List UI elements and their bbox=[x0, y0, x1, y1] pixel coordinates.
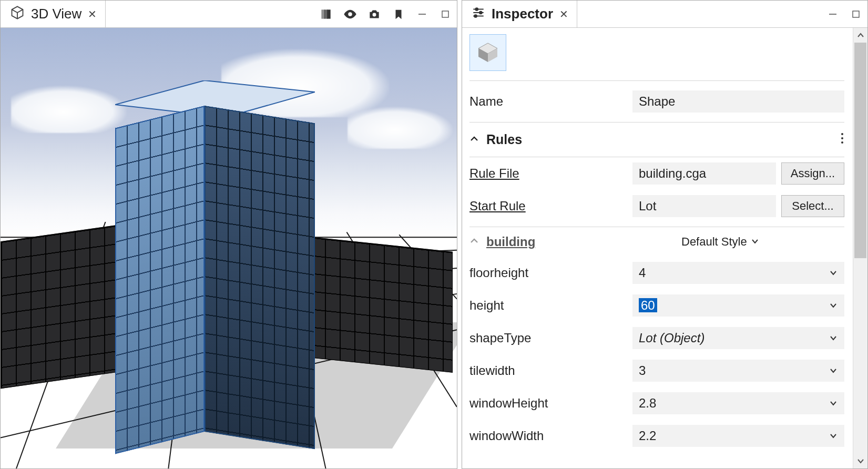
rule-file-row: Rule File building.cga Assign... bbox=[469, 157, 844, 190]
cloud bbox=[348, 107, 453, 149]
chevron-down-icon bbox=[829, 301, 838, 310]
scroll-up-icon[interactable] bbox=[853, 28, 867, 43]
chevron-down-icon bbox=[829, 268, 838, 278]
inspector-tab-title: Inspector bbox=[492, 6, 553, 22]
param-row: height60 bbox=[469, 289, 844, 322]
scrollbar[interactable] bbox=[853, 28, 867, 468]
inspector-panel: Inspector ✕ bbox=[462, 0, 868, 469]
minimize-icon[interactable] bbox=[411, 2, 434, 26]
chevron-down-icon bbox=[750, 237, 760, 246]
param-value[interactable]: 4 bbox=[632, 262, 844, 284]
scroll-thumb[interactable] bbox=[854, 43, 866, 258]
svg-point-30 bbox=[841, 137, 843, 139]
neighbor-building bbox=[1, 225, 121, 389]
inspector-titlebar: Inspector ✕ bbox=[462, 1, 867, 28]
maximize-icon[interactable] bbox=[434, 2, 457, 26]
3d-viewport[interactable] bbox=[1, 28, 457, 468]
param-label: tilewidth bbox=[469, 363, 627, 378]
param-label: windowHeight bbox=[469, 396, 627, 411]
rules-section-header[interactable]: Rules bbox=[469, 123, 844, 157]
object-type-row bbox=[469, 28, 844, 81]
minimize-icon[interactable] bbox=[821, 2, 844, 26]
param-value-text: 2.8 bbox=[639, 396, 656, 411]
param-value[interactable]: 2.8 bbox=[632, 392, 844, 414]
neighbor-building bbox=[295, 235, 453, 373]
selected-building-face-right bbox=[205, 106, 315, 449]
assign-button[interactable]: Assign... bbox=[781, 162, 844, 185]
param-value-text: 60 bbox=[639, 298, 657, 313]
param-value-text: 2.2 bbox=[639, 429, 656, 443]
camera-icon[interactable] bbox=[362, 2, 386, 26]
start-rule-value[interactable]: Lot bbox=[632, 195, 776, 217]
inspector-tab[interactable]: Inspector ✕ bbox=[462, 1, 577, 27]
name-row: Name Shape bbox=[469, 81, 844, 123]
start-rule-row: Start Rule Lot Select... bbox=[469, 190, 844, 227]
chevron-down-icon bbox=[829, 366, 838, 375]
svg-rect-6 bbox=[442, 11, 448, 17]
app-root: 3D View ✕ bbox=[0, 0, 868, 469]
svg-rect-25 bbox=[853, 11, 859, 17]
sliders-icon bbox=[472, 6, 485, 23]
3d-view-tab-title: 3D View bbox=[31, 6, 81, 22]
chevron-up-icon bbox=[469, 235, 479, 249]
param-row: windowWidth2.2 bbox=[469, 420, 844, 452]
building-section-title: building bbox=[486, 234, 535, 249]
maximize-icon[interactable] bbox=[844, 2, 867, 26]
param-value[interactable]: 60 bbox=[632, 294, 844, 317]
3d-view-titlebar: 3D View ✕ bbox=[1, 1, 457, 28]
param-value-text: 4 bbox=[639, 266, 646, 280]
start-rule-label[interactable]: Start Rule bbox=[469, 199, 627, 213]
param-value-text: 3 bbox=[639, 363, 646, 378]
rule-file-label[interactable]: Rule File bbox=[469, 166, 627, 181]
scroll-down-icon[interactable] bbox=[853, 454, 867, 468]
bookmark-icon[interactable] bbox=[386, 2, 411, 26]
chevron-down-icon bbox=[829, 431, 838, 441]
selected-building-face-left bbox=[115, 106, 205, 454]
chevron-down-icon bbox=[829, 399, 838, 408]
style-dropdown[interactable]: Default Style bbox=[681, 235, 844, 249]
cube-icon bbox=[10, 5, 25, 23]
scroll-track[interactable] bbox=[853, 43, 867, 454]
svg-point-23 bbox=[474, 15, 477, 17]
inspector-content: Name Shape Rules Rule File bbox=[462, 28, 852, 468]
param-value[interactable]: 3 bbox=[632, 360, 844, 382]
svg-point-4 bbox=[373, 13, 376, 16]
svg-point-29 bbox=[841, 133, 843, 135]
param-label: height bbox=[469, 298, 627, 313]
param-label: windowWidth bbox=[469, 429, 627, 443]
chevron-up-icon bbox=[469, 133, 479, 147]
layers-icon[interactable] bbox=[314, 2, 338, 26]
svg-point-31 bbox=[841, 141, 843, 144]
chevron-down-icon bbox=[829, 333, 838, 343]
building-section-header[interactable]: building Default Style bbox=[469, 227, 844, 257]
inspector-body: Name Shape Rules Rule File bbox=[462, 28, 867, 468]
param-value[interactable]: Lot (Object) bbox=[632, 327, 844, 349]
select-button[interactable]: Select... bbox=[781, 195, 844, 217]
shape-object-icon[interactable] bbox=[469, 34, 506, 71]
param-list: floorheight4height60shapeTypeLot (Object… bbox=[469, 257, 844, 452]
3d-view-panel: 3D View ✕ bbox=[0, 0, 457, 469]
param-row: tilewidth3 bbox=[469, 354, 844, 387]
param-label: floorheight bbox=[469, 266, 627, 280]
svg-point-3 bbox=[348, 12, 352, 16]
svg-rect-2 bbox=[327, 9, 331, 18]
close-icon[interactable]: ✕ bbox=[559, 8, 568, 21]
param-value[interactable]: 2.2 bbox=[632, 425, 844, 447]
param-label: shapeType bbox=[469, 331, 627, 345]
param-row: windowHeight2.8 bbox=[469, 387, 844, 420]
kebab-icon[interactable] bbox=[840, 132, 844, 147]
param-value-text: Lot (Object) bbox=[639, 331, 704, 345]
name-value[interactable]: Shape bbox=[632, 90, 844, 113]
param-row: shapeTypeLot (Object) bbox=[469, 322, 844, 354]
svg-point-19 bbox=[475, 8, 478, 11]
eye-icon[interactable] bbox=[338, 2, 362, 26]
cloud bbox=[11, 86, 127, 133]
style-value: Default Style bbox=[681, 235, 747, 248]
rule-file-value[interactable]: building.cga bbox=[632, 162, 776, 185]
rules-section-title: Rules bbox=[486, 132, 522, 147]
close-icon[interactable]: ✕ bbox=[88, 8, 97, 21]
3d-view-tab[interactable]: 3D View ✕ bbox=[1, 1, 106, 27]
name-label: Name bbox=[469, 94, 627, 109]
param-row: floorheight4 bbox=[469, 257, 844, 289]
svg-point-21 bbox=[479, 11, 482, 14]
